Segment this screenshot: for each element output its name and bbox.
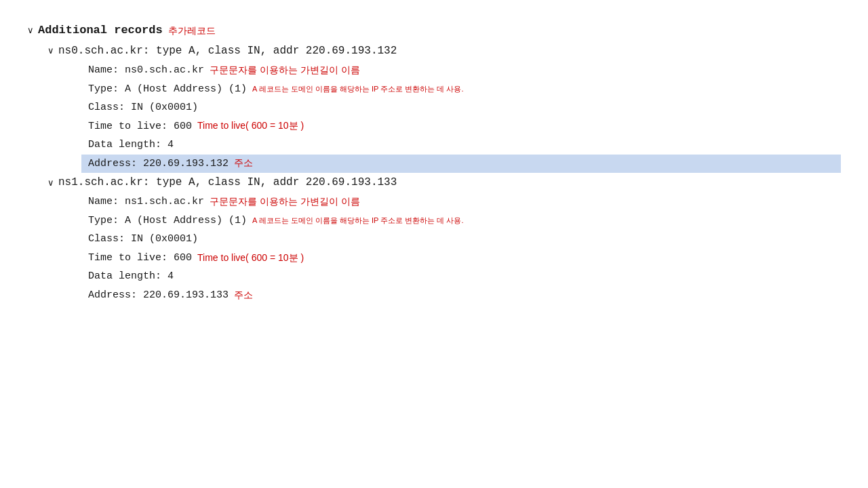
record-0-header: ns0.sch.ac.kr: type A, class IN, addr 22… <box>58 42 397 60</box>
record-0-header-row[interactable]: ∨ ns0.sch.ac.kr: type A, class IN, addr … <box>47 41 841 61</box>
record-1-fields: Name: ns1.sch.ac.kr 구문문자를 이용하는 가변길이 이름 T… <box>88 192 841 304</box>
dns-tree: ∨ Additional records 추가레코드 ∨ ns0.sch.ac.… <box>27 20 841 304</box>
record-0-class-label: Class: IN (0x0001) <box>88 99 198 117</box>
record-0-type-label: Type: A (Host Address) (1) <box>88 81 247 98</box>
record-1-header: ns1.sch.ac.kr: type A, class IN, addr 22… <box>58 174 397 192</box>
record-1-name-row: Name: ns1.sch.ac.kr 구문문자를 이용하는 가변길이 이름 <box>88 192 841 211</box>
record-0-name-row: Name: ns0.sch.ac.kr 구문문자를 이용하는 가변길이 이름 <box>88 61 841 80</box>
record-1-address-label: Address: 220.69.193.133 <box>88 287 229 304</box>
record-0-datalen-label: Data length: 4 <box>88 136 174 154</box>
record-1-header-row[interactable]: ∨ ns1.sch.ac.kr: type A, class IN, addr … <box>47 173 841 192</box>
record-1-class-row: Class: IN (0x0001) <box>88 230 841 249</box>
record-1-type-annotation: A 레코드는 도메인 이름을 해당하는 IP 주소로 변환하는 데 사용. <box>252 214 464 227</box>
record-0-ttl-row: Time to live: 600 Time to live( 600 = 10… <box>88 117 841 136</box>
section-toggle-arrow[interactable]: ∨ <box>27 23 34 38</box>
record-0: ∨ ns0.sch.ac.kr: type A, class IN, addr … <box>47 41 841 173</box>
record-0-type-row: Type: A (Host Address) (1) A 레코드는 도메인 이름… <box>88 80 841 99</box>
record-1-name-annotation: 구문문자를 이용하는 가변길이 이름 <box>210 194 360 210</box>
record-0-address-row[interactable]: Address: 220.69.193.132 주소 <box>81 155 841 174</box>
record-1-class-label: Class: IN (0x0001) <box>88 230 198 248</box>
record-0-ttl-label: Time to live: 600 <box>88 118 192 136</box>
record-1-ttl-label: Time to live: 600 <box>88 249 192 267</box>
record-1-datalen-label: Data length: 4 <box>88 268 174 285</box>
record-0-fields: Name: ns0.sch.ac.kr 구문문자를 이용하는 가변길이 이름 T… <box>88 61 841 173</box>
record-1-ttl-row: Time to live: 600 Time to live( 600 = 10… <box>88 249 841 268</box>
record-0-ttl-annotation: Time to live( 600 = 10분 ) <box>197 118 304 134</box>
record-0-toggle[interactable]: ∨ <box>47 43 54 58</box>
record-0-address-annotation: 주소 <box>234 155 253 171</box>
record-0-class-row: Class: IN (0x0001) <box>88 98 841 117</box>
record-0-name-annotation: 구문문자를 이용하는 가변길이 이름 <box>210 62 360 79</box>
record-1-type-label: Type: A (Host Address) (1) <box>88 212 247 230</box>
record-1-type-row: Type: A (Host Address) (1) A 레코드는 도메인 이름… <box>88 211 841 230</box>
record-1-address-row: Address: 220.69.193.133 주소 <box>88 286 841 305</box>
record-1-ttl-annotation: Time to live( 600 = 10분 ) <box>197 250 304 266</box>
record-0-type-annotation: A 레코드는 도메인 이름을 해당하는 IP 주소로 변환하는 데 사용. <box>252 83 464 96</box>
record-0-address-label: Address: 220.69.193.132 <box>88 155 229 173</box>
section-annotation: 추가레코드 <box>168 23 216 39</box>
section-header-row[interactable]: ∨ Additional records 추가레코드 <box>27 20 841 41</box>
record-0-name-label: Name: ns0.sch.ac.kr <box>88 62 204 79</box>
record-1-name-label: Name: ns1.sch.ac.kr <box>88 193 204 211</box>
record-1-datalen-row: Data length: 4 <box>88 267 841 286</box>
section-label: Additional records <box>38 21 163 41</box>
record-0-datalen-row: Data length: 4 <box>88 136 841 155</box>
record-1-toggle[interactable]: ∨ <box>47 176 54 190</box>
record-1: ∨ ns1.sch.ac.kr: type A, class IN, addr … <box>47 173 841 304</box>
record-1-address-annotation: 주소 <box>234 287 253 304</box>
